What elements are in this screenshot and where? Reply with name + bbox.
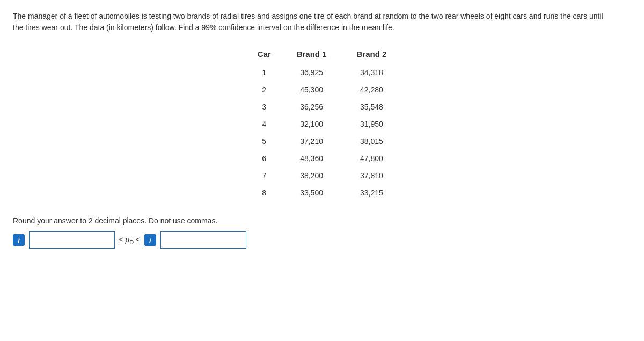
table-row: 136,92534,318 (243, 64, 402, 81)
info-badge-left: i (13, 234, 25, 246)
cell-brand1: 45,300 (282, 81, 342, 98)
cell-brand1: 48,360 (282, 150, 342, 167)
problem-text: The manager of a fleet of automobiles is… (13, 11, 603, 33)
col-header-car: Car (243, 46, 282, 64)
table-row: 336,25635,548 (243, 98, 402, 115)
cell-brand2: 35,548 (342, 98, 402, 115)
cell-car: 2 (243, 81, 282, 98)
cell-brand1: 32,100 (282, 115, 342, 133)
round-note: Round your answer to 2 decimal places. D… (13, 216, 631, 225)
cell-brand2: 31,950 (342, 115, 402, 133)
table-row: 432,10031,950 (243, 115, 402, 133)
data-table: Car Brand 1 Brand 2 136,92534,318245,300… (243, 46, 402, 201)
table-row: 833,50033,215 (243, 184, 402, 201)
cell-car: 7 (243, 167, 282, 184)
answer-input-lower[interactable] (29, 231, 115, 249)
table-row: 648,36047,800 (243, 150, 402, 167)
cell-car: 1 (243, 64, 282, 81)
cell-car: 3 (243, 98, 282, 115)
cell-brand1: 38,200 (282, 167, 342, 184)
table-row: 245,30042,280 (243, 81, 402, 98)
data-table-container: Car Brand 1 Brand 2 136,92534,318245,300… (13, 46, 631, 201)
answer-input-upper[interactable] (160, 231, 246, 249)
col-header-brand2: Brand 2 (342, 46, 402, 64)
mu-inequality: ≤ μD ≤ (119, 235, 140, 245)
cell-brand1: 33,500 (282, 184, 342, 201)
cell-brand2: 38,015 (342, 133, 402, 150)
cell-car: 5 (243, 133, 282, 150)
cell-brand1: 36,256 (282, 98, 342, 115)
table-row: 738,20037,810 (243, 167, 402, 184)
info-badge-right: i (144, 234, 156, 246)
cell-car: 8 (243, 184, 282, 201)
col-header-brand1: Brand 1 (282, 46, 342, 64)
cell-brand1: 37,210 (282, 133, 342, 150)
cell-car: 4 (243, 115, 282, 133)
cell-brand2: 42,280 (342, 81, 402, 98)
cell-brand2: 33,215 (342, 184, 402, 201)
table-row: 537,21038,015 (243, 133, 402, 150)
cell-brand1: 36,925 (282, 64, 342, 81)
cell-brand2: 47,800 (342, 150, 402, 167)
cell-car: 6 (243, 150, 282, 167)
cell-brand2: 37,810 (342, 167, 402, 184)
cell-brand2: 34,318 (342, 64, 402, 81)
answer-row: i ≤ μD ≤ i (13, 231, 631, 249)
